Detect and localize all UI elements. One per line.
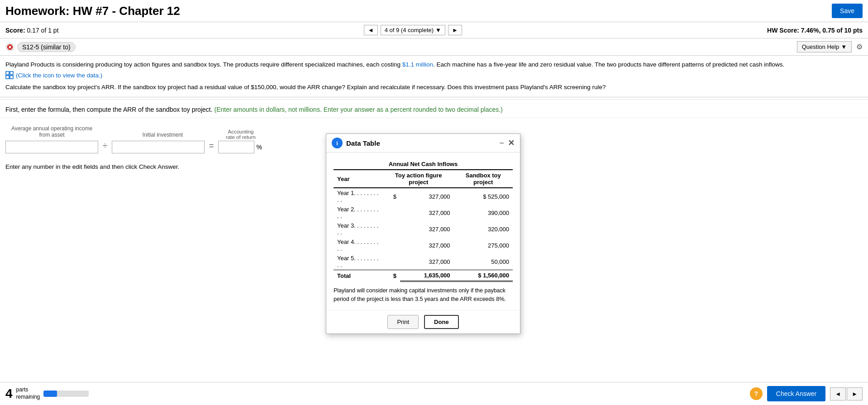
rate-label: rate of return xyxy=(226,134,256,140)
question-id-badge: S12-5 (similar to) xyxy=(17,42,76,52)
enter-instruction-text: Enter any number in the edit fields and … xyxy=(5,163,179,170)
svg-rect-5 xyxy=(6,76,9,79)
toy-value-cell: 327,000 xyxy=(400,188,453,197)
col-toy-header: Toy action figure project xyxy=(383,170,454,188)
svg-rect-6 xyxy=(10,76,13,79)
instruction-area: First, enter the formula, then compute t… xyxy=(0,101,868,118)
hw-score-value: 7.46%, 0.75 of 10 pts xyxy=(801,27,863,34)
price-highlight: $1.1 million xyxy=(402,61,433,68)
sand-value-cell: $ 525,000 xyxy=(454,188,513,197)
modal-minimize-button[interactable]: − xyxy=(499,139,504,147)
modal-box: i Data Table − ✕ Annual Net Cash Inflows… xyxy=(326,133,520,197)
page-header: Homework: HW #7 - Chapter 12 Save xyxy=(0,0,868,22)
nav-text: 4 of 9 (4 complete) xyxy=(385,27,434,33)
year-cell: Year 1. . . . . . . . . . xyxy=(334,188,383,197)
col-sandbox-header: Sandbox toy project xyxy=(454,170,513,188)
col-year-header: Year xyxy=(334,170,383,188)
save-button[interactable]: Save xyxy=(832,4,863,18)
modal-header-left: i Data Table xyxy=(332,138,380,148)
instruction-green-note: (Enter amounts in dollars, not millions.… xyxy=(214,106,502,113)
instruction-text: First, enter the formula, then compute t… xyxy=(5,106,213,113)
svg-rect-3 xyxy=(6,71,9,75)
table-row: Year 1. . . . . . . . . . $ 327,000 $ 52… xyxy=(334,188,513,197)
modal-close-button[interactable]: ✕ xyxy=(508,138,515,148)
problem-text: Playland Products is considering produci… xyxy=(5,60,863,69)
data-table: Annual Net Cash Inflows Year Toy action … xyxy=(334,159,513,197)
info-icon: i xyxy=(332,138,343,148)
question-icon xyxy=(5,43,14,52)
toy-dollar-cell: $ xyxy=(383,188,400,197)
numerator-input[interactable] xyxy=(5,141,98,153)
question-help-button[interactable]: Question Help ▼ xyxy=(797,41,852,52)
click-data-link[interactable]: (Click the icon to view the data.) xyxy=(5,71,863,79)
hw-score-label: HW Score: xyxy=(767,27,799,34)
result-input[interactable] xyxy=(218,141,254,153)
problem-question: Calculate the sandbox toy project's ARR.… xyxy=(5,83,863,92)
nav-arrow-icon: ▼ xyxy=(435,27,441,33)
modal-body: Annual Net Cash Inflows Year Toy action … xyxy=(326,152,520,197)
x-icon xyxy=(7,44,13,50)
nav-prev-button[interactable]: ◄ xyxy=(364,25,378,35)
numerator-label: Average annual operating income from ass… xyxy=(5,124,98,140)
score-value: 0.17 of 1 pt xyxy=(27,27,58,34)
question-actions: Question Help ▼ ⚙ xyxy=(797,41,863,52)
divider xyxy=(0,99,868,100)
question-header: S12-5 (similar to) Question Help ▼ ⚙ xyxy=(0,38,868,56)
nav-dropdown[interactable]: 4 of 9 (4 complete) ▼ xyxy=(381,25,445,35)
eq-operator: = xyxy=(205,141,219,151)
problem-area: Playland Products is considering produci… xyxy=(0,56,868,97)
div-operator: ÷ xyxy=(98,141,112,151)
settings-icon[interactable]: ⚙ xyxy=(856,43,863,51)
score-row: Score: 0.17 of 1 pt ◄ 4 of 9 (4 complete… xyxy=(0,22,868,38)
grid-icon xyxy=(5,71,14,79)
modal-title: Data Table xyxy=(346,139,380,147)
modal-controls: − ✕ xyxy=(499,138,515,148)
score-display: Score: 0.17 of 1 pt xyxy=(5,27,59,34)
question-id-area: S12-5 (similar to) xyxy=(5,42,76,52)
question-help-arrow-icon: ▼ xyxy=(841,43,847,50)
table-section-header: Annual Net Cash Inflows xyxy=(334,159,513,170)
click-data-text[interactable]: (Click the icon to view the data.) xyxy=(16,72,102,79)
nav-next-button[interactable]: ► xyxy=(448,25,462,35)
nav-controls: ◄ 4 of 9 (4 complete) ▼ ► xyxy=(364,25,462,35)
question-help-label: Question Help xyxy=(802,43,839,50)
percent-symbol: % xyxy=(256,143,262,151)
svg-rect-4 xyxy=(10,71,13,75)
denominator-input[interactable] xyxy=(112,141,205,153)
page-title: Homework: HW #7 - Chapter 12 xyxy=(5,4,180,18)
hw-score-display: HW Score: 7.46%, 0.75 of 10 pts xyxy=(767,27,863,34)
score-label: Score: xyxy=(5,27,25,34)
accounting-label: Accounting xyxy=(228,129,254,134)
table-icon xyxy=(5,71,14,79)
denominator-label: Initial investment xyxy=(143,130,183,140)
modal-header: i Data Table − ✕ xyxy=(326,134,520,152)
